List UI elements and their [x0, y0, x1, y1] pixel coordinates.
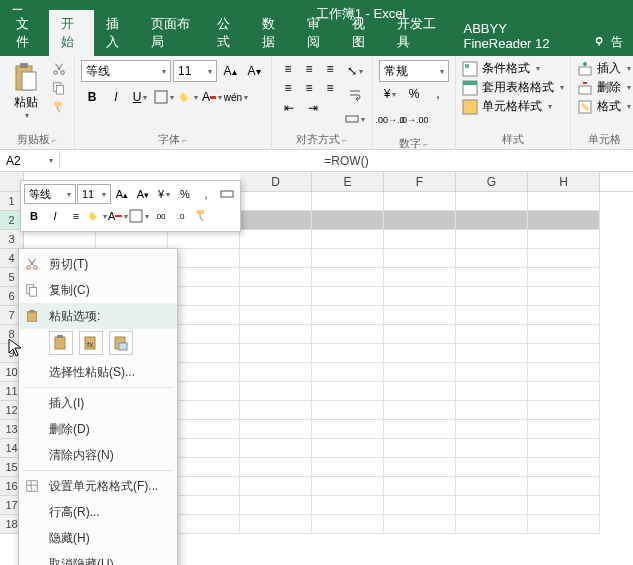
phonetic-button[interactable]: wén▾	[225, 86, 247, 108]
cell[interactable]	[312, 325, 384, 344]
increase-indent-icon[interactable]: ⇥	[302, 97, 324, 119]
mini-currency-icon[interactable]: ¥▾	[154, 184, 174, 204]
mini-font-color-button[interactable]: A▾	[108, 206, 128, 226]
ctx-delete[interactable]: 删除(D)	[19, 416, 177, 442]
tab-data[interactable]: 数据	[250, 10, 295, 56]
cell[interactable]	[384, 363, 456, 382]
font-color-button[interactable]: A▾	[201, 86, 223, 108]
cell[interactable]	[456, 325, 528, 344]
cell[interactable]	[384, 496, 456, 515]
italic-button[interactable]: I	[105, 86, 127, 108]
tab-abbyy[interactable]: ABBYY FineReader 12	[452, 16, 583, 56]
mini-italic-button[interactable]: I	[45, 206, 65, 226]
cell[interactable]	[312, 420, 384, 439]
ctx-paste-special[interactable]: 选择性粘贴(S)...	[19, 359, 177, 385]
cell[interactable]	[456, 420, 528, 439]
cell[interactable]	[384, 382, 456, 401]
mini-fill-color-button[interactable]: ▾	[87, 206, 107, 226]
cell[interactable]	[24, 230, 96, 249]
tab-insert[interactable]: 插入	[94, 10, 139, 56]
tell-me[interactable]: 告	[583, 29, 633, 56]
cell[interactable]	[528, 420, 600, 439]
insert-cells-button[interactable]: 插入▾	[577, 60, 631, 77]
cell[interactable]	[240, 192, 312, 211]
cell[interactable]	[528, 515, 600, 534]
cell[interactable]	[456, 249, 528, 268]
ctx-clear[interactable]: 清除内容(N)	[19, 442, 177, 468]
cell[interactable]	[240, 325, 312, 344]
mini-format-painter-icon[interactable]	[192, 206, 212, 226]
cell[interactable]	[456, 230, 528, 249]
cell[interactable]	[384, 268, 456, 287]
cell[interactable]	[456, 192, 528, 211]
cell[interactable]	[240, 496, 312, 515]
cell[interactable]	[312, 211, 384, 230]
decrease-font-icon[interactable]: A▾	[243, 60, 265, 82]
cell[interactable]	[384, 306, 456, 325]
table-format-button[interactable]: 套用表格格式▾	[462, 79, 564, 96]
col-header[interactable]: D	[240, 172, 312, 191]
cell[interactable]	[168, 287, 240, 306]
cell[interactable]	[528, 439, 600, 458]
cell[interactable]	[240, 382, 312, 401]
cell[interactable]	[240, 477, 312, 496]
align-center-icon[interactable]: ≡	[299, 79, 319, 97]
cell[interactable]	[168, 344, 240, 363]
cell[interactable]	[456, 439, 528, 458]
cell[interactable]	[456, 382, 528, 401]
underline-button[interactable]: U▾	[129, 86, 151, 108]
cell[interactable]	[456, 306, 528, 325]
cell[interactable]	[168, 458, 240, 477]
col-header[interactable]: E	[312, 172, 384, 191]
cell[interactable]	[456, 344, 528, 363]
cell[interactable]	[528, 401, 600, 420]
dialog-launcher-icon[interactable]: ⌐	[342, 135, 347, 145]
cell[interactable]	[312, 382, 384, 401]
currency-icon[interactable]: ¥▾	[379, 83, 401, 105]
col-header[interactable]: F	[384, 172, 456, 191]
cell[interactable]	[456, 515, 528, 534]
font-size-combo[interactable]: 11▾	[173, 60, 217, 82]
cell[interactable]	[528, 325, 600, 344]
cell[interactable]	[528, 344, 600, 363]
ctx-insert[interactable]: 插入(I)	[19, 390, 177, 416]
cut-icon[interactable]	[50, 60, 68, 78]
cell[interactable]	[528, 458, 600, 477]
conditional-format-button[interactable]: 条件格式▾	[462, 60, 564, 77]
cell[interactable]	[528, 363, 600, 382]
cell[interactable]	[384, 230, 456, 249]
mini-font-combo[interactable]: 等线▾	[24, 184, 76, 204]
cell[interactable]	[312, 401, 384, 420]
increase-font-icon[interactable]: A▴	[219, 60, 241, 82]
border-button[interactable]: ▾	[153, 86, 175, 108]
cell[interactable]	[384, 192, 456, 211]
font-name-combo[interactable]: 等线▾	[81, 60, 171, 82]
cell[interactable]	[312, 515, 384, 534]
cell[interactable]	[384, 477, 456, 496]
cell[interactable]	[168, 249, 240, 268]
cell[interactable]	[456, 401, 528, 420]
col-header[interactable]: H	[528, 172, 600, 191]
mini-size-combo[interactable]: 11▾	[77, 184, 111, 204]
cell[interactable]	[312, 249, 384, 268]
cell[interactable]	[384, 287, 456, 306]
cell[interactable]	[240, 306, 312, 325]
cell[interactable]	[312, 363, 384, 382]
cell[interactable]	[456, 458, 528, 477]
wrap-text-icon[interactable]	[344, 84, 366, 106]
cell[interactable]	[240, 249, 312, 268]
cell[interactable]	[240, 344, 312, 363]
formula-bar[interactable]: =ROW()	[60, 154, 633, 168]
cell[interactable]	[384, 458, 456, 477]
cell[interactable]	[96, 230, 168, 249]
align-right-icon[interactable]: ≡	[320, 79, 340, 97]
cell[interactable]	[240, 363, 312, 382]
decrease-indent-icon[interactable]: ⇤	[278, 97, 300, 119]
name-box[interactable]: A2▾	[0, 154, 60, 168]
cell[interactable]	[456, 363, 528, 382]
mini-bold-button[interactable]: B	[24, 206, 44, 226]
ctx-hide[interactable]: 隐藏(H)	[19, 525, 177, 551]
cell[interactable]	[168, 401, 240, 420]
cell[interactable]	[168, 325, 240, 344]
cell[interactable]	[456, 496, 528, 515]
